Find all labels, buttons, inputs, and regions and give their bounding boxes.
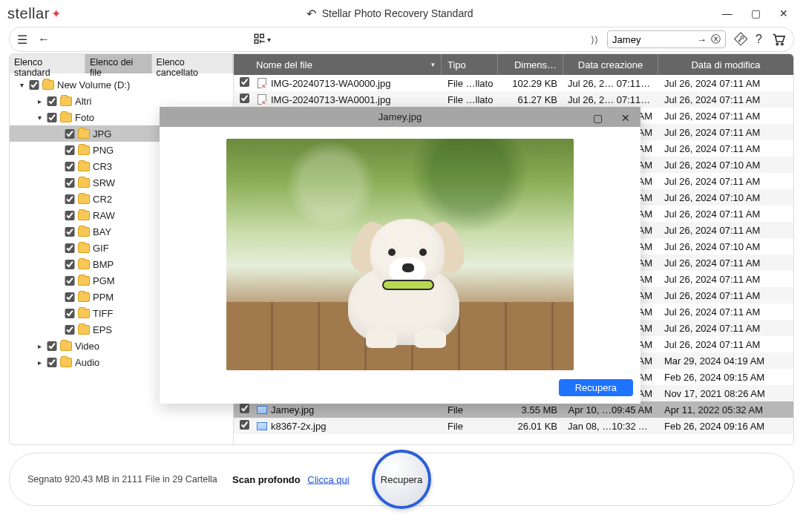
deleted-file-icon <box>258 94 266 105</box>
folder-icon <box>60 358 72 367</box>
preview-maximize-button[interactable]: ▢ <box>586 110 609 126</box>
folder-icon <box>78 260 90 269</box>
file-header: Nome del file▾ Tipo Dimens… Data creazio… <box>234 54 793 75</box>
file-row[interactable]: IMG-20240713-WA0001.jpgFile …llato61.27 … <box>234 91 793 108</box>
folder-icon <box>78 309 90 318</box>
window-title: ↶ Stellar Photo Recovery Standard <box>61 7 718 21</box>
preview-titlebar[interactable]: Jamey.jpg ▢ ✕ <box>160 107 640 127</box>
col-size[interactable]: Dimens… <box>498 54 563 75</box>
undo-icon[interactable]: ↶ <box>307 7 316 21</box>
row-checkbox[interactable] <box>240 77 249 87</box>
cell-name: IMG-20240713-WA0000.jpg <box>269 78 442 89</box>
more-icon[interactable]: ⟩⟩ <box>591 34 598 45</box>
cell-date-modified: Jul 26, 2024 07:11 AM <box>658 127 793 138</box>
folder-icon <box>60 113 72 122</box>
help-icon[interactable]: ? <box>756 33 762 46</box>
row-checkbox[interactable] <box>240 93 249 103</box>
cell-type: File <box>442 421 498 432</box>
back-icon[interactable]: ← <box>38 33 50 46</box>
row-checkbox[interactable] <box>240 404 249 413</box>
recover-button[interactable]: Recupera <box>372 450 431 509</box>
search-clear-icon[interactable]: ⓧ <box>711 33 721 46</box>
cell-date-modified: Jul 26, 2024 07:11 AM <box>658 323 793 334</box>
folder-icon <box>78 194 90 204</box>
svg-rect-0 <box>255 34 258 38</box>
cell-type: File <box>442 404 498 416</box>
preview-recover-button[interactable]: Recupera <box>559 379 633 396</box>
cell-date-created: Apr 10, …09:45 AM <box>563 404 658 416</box>
file-row[interactable]: Jamey.jpgFile3.55 MBApr 10, …09:45 AMApr… <box>234 401 793 418</box>
col-type[interactable]: Tipo <box>442 54 498 75</box>
cart-icon[interactable] <box>771 33 786 46</box>
cell-name: IMG-20240713-WA0001.jpg <box>269 94 442 105</box>
col-name[interactable]: Nome del file▾ <box>234 54 442 75</box>
preview-image <box>226 139 574 370</box>
minimize-button[interactable]: — <box>718 4 736 22</box>
folder-icon <box>78 292 90 302</box>
cell-size: 26.01 KB <box>498 421 563 432</box>
cell-date-modified: Feb 26, 2024 09:16 AM <box>658 421 793 432</box>
cell-date-modified: Jul 26, 2024 07:11 AM <box>658 257 793 269</box>
file-row[interactable]: k8367-2x.jpgFile26.01 KBJan 08, …10:32 A… <box>234 418 793 434</box>
cell-date-modified: Jul 26, 2024 07:11 AM <box>658 339 793 350</box>
status-text: Segnato 920.43 MB in 2111 File in 29 Car… <box>27 474 217 485</box>
folder-icon <box>60 96 72 106</box>
cell-date-modified: Jul 26, 2024 07:10 AM <box>658 241 793 252</box>
cell-date-created: Jul 26, 2… 07:11 AM <box>563 94 658 105</box>
maximize-button[interactable]: ▢ <box>747 4 764 22</box>
cell-size: 102.29 KB <box>498 78 563 89</box>
tree-root[interactable]: ▾ New Volume (D:) <box>10 76 233 93</box>
cell-date-modified: Jul 26, 2024 07:11 AM <box>658 94 793 105</box>
tab-deleted[interactable]: Elenco cancellato <box>152 54 233 73</box>
cell-date-modified: Jul 26, 2024 07:11 AM <box>658 143 793 154</box>
cell-date-modified: Jul 26, 2024 07:11 AM <box>658 306 793 318</box>
app-logo: stellar✦ <box>7 5 61 22</box>
deep-scan-link[interactable]: Clicca qui <box>307 474 349 485</box>
drive-icon <box>42 80 54 90</box>
list-tabs: Elenco standard Elenco dei file Elenco c… <box>10 54 233 73</box>
svg-rect-1 <box>260 34 264 38</box>
cell-date-modified: Jul 26, 2024 07:10 AM <box>658 192 793 203</box>
menu-icon[interactable]: ☰ <box>17 33 27 47</box>
sort-icon: ▾ <box>431 61 435 68</box>
cell-date-modified: Jul 26, 2024 07:11 AM <box>658 176 793 187</box>
row-checkbox[interactable] <box>240 420 249 430</box>
folder-icon <box>78 129 90 139</box>
file-row[interactable]: IMG-20240713-WA0000.jpgFile …llato102.29… <box>234 75 793 91</box>
col-date-created[interactable]: Data creazione <box>563 54 658 75</box>
cell-date-modified: Jul 26, 2024 07:11 AM <box>658 274 793 285</box>
deleted-file-icon <box>258 78 266 88</box>
tree-label: New Volume (D:) <box>57 79 130 91</box>
tab-files[interactable]: Elenco dei file <box>85 54 152 73</box>
folder-icon <box>78 227 90 237</box>
image-file-icon <box>257 406 267 414</box>
folder-icon <box>60 341 72 351</box>
cell-date-modified: Jul 26, 2024 07:11 AM <box>658 225 793 236</box>
deep-scan: Scan profondo Clicca qui <box>232 474 350 485</box>
cell-type: File …llato <box>442 78 498 89</box>
toolbar: ☰ ← ▾ ⟩⟩ → ⓧ ⚿ ? <box>9 27 794 52</box>
folder-icon <box>78 145 90 155</box>
svg-point-3 <box>776 43 778 45</box>
cell-date-modified: Jul 26, 2024 07:11 AM <box>658 111 793 122</box>
key-icon[interactable]: ⚿ <box>732 30 750 48</box>
cell-date-created: Jul 26, 2… 07:11 AM <box>563 78 658 89</box>
folder-icon <box>78 276 90 286</box>
folder-icon <box>78 178 90 188</box>
col-date-modified[interactable]: Data di modifica <box>658 54 793 75</box>
cell-date-modified: Jul 26, 2024 07:11 AM <box>658 208 793 220</box>
search-box[interactable]: → ⓧ <box>607 30 726 48</box>
svg-point-4 <box>781 43 783 45</box>
search-go-icon[interactable]: → <box>697 34 707 45</box>
view-grid-icon[interactable]: ▾ <box>253 33 271 46</box>
cell-date-modified: Feb 26, 2024 09:15 AM <box>658 372 793 383</box>
search-input[interactable] <box>612 34 692 45</box>
tab-standard[interactable]: Elenco standard <box>10 54 85 73</box>
preview-close-button[interactable]: ✕ <box>614 110 638 126</box>
svg-rect-2 <box>255 40 258 44</box>
tree-checkbox[interactable] <box>29 80 39 90</box>
close-button[interactable]: ✕ <box>775 4 793 22</box>
cell-date-modified: Jul 26, 2024 07:11 AM <box>658 78 793 89</box>
cell-date-modified: Nov 17, 2021 08:26 AM <box>658 388 793 399</box>
cell-date-created: Jan 08, …10:32 AM <box>563 421 658 432</box>
